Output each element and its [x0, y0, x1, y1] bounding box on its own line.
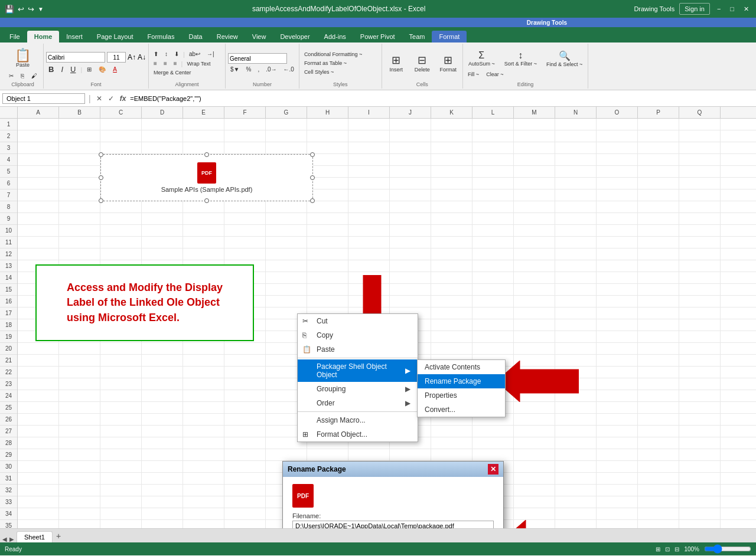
ctx-grouping[interactable]: Grouping ▶: [298, 382, 418, 396]
cell-33-12[interactable]: [514, 496, 555, 508]
underline-button[interactable]: U: [68, 64, 78, 74]
cell-8-11[interactable]: [472, 201, 514, 212]
cell-28-12[interactable]: [514, 437, 555, 449]
cell-1-4[interactable]: [183, 119, 224, 130]
ctx-paste[interactable]: 📋 Paste: [298, 342, 418, 357]
cell-30-12[interactable]: [514, 461, 555, 472]
font-name-input[interactable]: [46, 52, 105, 63]
cell-10-12[interactable]: [514, 225, 555, 236]
cell-24-3[interactable]: [142, 390, 183, 401]
cell-15-6[interactable]: [266, 284, 307, 295]
cell-20-13[interactable]: [555, 343, 597, 354]
cell-10-14[interactable]: [597, 225, 638, 236]
cell-14-11[interactable]: [472, 272, 514, 283]
cell-30-14[interactable]: [597, 461, 638, 472]
cell-4-16[interactable]: [679, 154, 721, 165]
handle-tr[interactable]: [310, 152, 315, 157]
cell-31-4[interactable]: [183, 473, 224, 484]
cell-21-5[interactable]: [224, 355, 266, 366]
currency-button[interactable]: $▼: [228, 66, 242, 73]
italic-button[interactable]: I: [58, 64, 66, 74]
cell-32-13[interactable]: [555, 485, 597, 496]
handle-ml[interactable]: [99, 175, 103, 180]
cell-9-8[interactable]: [348, 213, 390, 224]
cell-10-13[interactable]: [555, 225, 597, 236]
cell-17-14[interactable]: [597, 308, 638, 319]
handle-bl[interactable]: [99, 198, 103, 203]
restore-button[interactable]: □: [728, 4, 737, 14]
cell-22-0[interactable]: [18, 367, 59, 378]
tab-review[interactable]: Review: [210, 31, 245, 42]
close-button[interactable]: ✕: [741, 4, 751, 14]
cell-9-9[interactable]: [390, 213, 431, 224]
handle-tm[interactable]: [204, 152, 209, 157]
cell-34-5[interactable]: [224, 508, 266, 519]
cell-31-12[interactable]: [514, 473, 555, 484]
cut-button[interactable]: ✂: [6, 72, 16, 80]
cell-31-14[interactable]: [597, 473, 638, 484]
cell-30-1[interactable]: [59, 461, 100, 472]
cell-18-11[interactable]: [472, 319, 514, 331]
cell-11-16[interactable]: [679, 237, 721, 248]
cell-2-5[interactable]: [224, 130, 266, 142]
cell-3-7[interactable]: [307, 142, 348, 153]
cell-31-3[interactable]: [142, 473, 183, 484]
cell-7-12[interactable]: [514, 189, 555, 201]
cell-21-2[interactable]: [100, 355, 142, 366]
cell-17-13[interactable]: [555, 308, 597, 319]
cell-10-1[interactable]: [59, 225, 100, 236]
col-header-k[interactable]: K: [431, 107, 472, 118]
cell-25-4[interactable]: [183, 402, 224, 413]
cell-11-10[interactable]: [431, 237, 472, 248]
cell-16-15[interactable]: [638, 296, 679, 307]
cell-25-16[interactable]: [679, 402, 721, 413]
cell-10-10[interactable]: [431, 225, 472, 236]
cell-11-14[interactable]: [597, 237, 638, 248]
cell-34-4[interactable]: [183, 508, 224, 519]
cell-13-15[interactable]: [638, 260, 679, 272]
cell-1-13[interactable]: [555, 119, 597, 130]
cell-1-7[interactable]: [307, 119, 348, 130]
font-size-input[interactable]: [107, 52, 126, 63]
cell-16-16[interactable]: [679, 296, 721, 307]
number-format-input[interactable]: [228, 53, 287, 64]
cell-27-3[interactable]: [142, 426, 183, 437]
save-icon[interactable]: 💾: [5, 5, 14, 14]
cell-20-1[interactable]: [59, 343, 100, 354]
cell-1-2[interactable]: [100, 119, 142, 130]
cell-29-15[interactable]: [638, 449, 679, 460]
cell-3-0[interactable]: [18, 142, 59, 153]
cell-9-11[interactable]: [472, 213, 514, 224]
cell-28-16[interactable]: [679, 437, 721, 449]
cell-12-9[interactable]: [390, 248, 431, 260]
cell-9-3[interactable]: [142, 213, 183, 224]
sort-filter-button[interactable]: ↕ Sort & Filter ~: [501, 48, 540, 69]
cell-2-3[interactable]: [142, 130, 183, 142]
cell-30-13[interactable]: [555, 461, 597, 472]
ctx-format-object[interactable]: ⊞ Format Object...: [298, 427, 418, 441]
cell-29-5[interactable]: [224, 449, 266, 460]
cell-28-3[interactable]: [142, 437, 183, 449]
cell-27-13[interactable]: [555, 426, 597, 437]
cell-16-12[interactable]: [514, 296, 555, 307]
cell-12-8[interactable]: [348, 248, 390, 260]
cell-29-0[interactable]: [18, 449, 59, 460]
cell-28-14[interactable]: [597, 437, 638, 449]
percent-button[interactable]: %: [244, 66, 254, 73]
cell-2-15[interactable]: [638, 130, 679, 142]
sub-properties[interactable]: Properties: [418, 388, 505, 403]
cell-3-9[interactable]: [390, 142, 431, 153]
cell-19-10[interactable]: [431, 331, 472, 342]
cell-2-1[interactable]: [59, 130, 100, 142]
cell-29-8[interactable]: [348, 449, 390, 460]
cell-11-5[interactable]: [224, 237, 266, 248]
col-header-i[interactable]: I: [348, 107, 390, 118]
cell-1-1[interactable]: [59, 119, 100, 130]
cell-26-3[interactable]: [142, 414, 183, 425]
cell-20-10[interactable]: [431, 343, 472, 354]
cell-5-9[interactable]: [390, 166, 431, 177]
cell-30-5[interactable]: [224, 461, 266, 472]
cell-16-14[interactable]: [597, 296, 638, 307]
cell-29-10[interactable]: [431, 449, 472, 460]
cell-1-14[interactable]: [597, 119, 638, 130]
